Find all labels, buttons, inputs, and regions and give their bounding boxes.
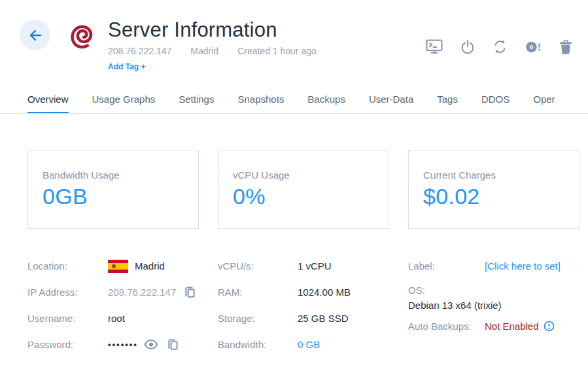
details-middle-column: vCPU/s: 1 vCPU RAM: 1024.00 MB Storage: … bbox=[218, 253, 408, 358]
username-value: root bbox=[108, 313, 125, 324]
eye-icon bbox=[144, 339, 158, 350]
power-button[interactable] bbox=[460, 39, 475, 54]
reinstall-button[interactable] bbox=[493, 39, 508, 54]
password-label: Password: bbox=[27, 339, 108, 350]
card-value: $0.02 bbox=[423, 184, 579, 209]
add-tag-link[interactable]: Add Tag + bbox=[108, 62, 317, 71]
location-row: Location: Madrid bbox=[27, 253, 218, 279]
server-ip: 208.76.222.147 bbox=[108, 46, 171, 56]
set-label-link[interactable]: [Click here to set] bbox=[485, 260, 561, 272]
ram-row: RAM: 1024.00 MB bbox=[218, 279, 408, 306]
card-value: 0GB bbox=[43, 184, 198, 209]
ip-label: IP Address: bbox=[27, 287, 108, 298]
password-row: Password: ••••••• bbox=[27, 332, 218, 358]
vcpu-usage-card: vCPU Usage 0% bbox=[218, 150, 389, 229]
copy-password-button[interactable] bbox=[166, 338, 179, 351]
tab-operating-system[interactable]: Oper bbox=[533, 85, 555, 114]
ram-label: RAM: bbox=[218, 287, 298, 298]
spain-flag-icon bbox=[108, 260, 128, 273]
password-value-masked: ••••••• bbox=[108, 340, 138, 349]
bandwidth-usage-card: Bandwidth Usage 0GB bbox=[27, 150, 199, 229]
vcpu-label: vCPU/s: bbox=[218, 260, 298, 272]
details-right-column: Label: [Click here to set] OS: Debian 13… bbox=[408, 253, 579, 335]
ip-value: 208.76.222.147 bbox=[108, 287, 176, 298]
tab-user-data[interactable]: User-Data bbox=[369, 85, 413, 114]
auto-backups-value: Not Enabled bbox=[485, 321, 539, 332]
current-charges-card: Current Charges $0.02 bbox=[408, 150, 579, 229]
vcpu-row: vCPU/s: 1 vCPU bbox=[218, 253, 408, 279]
bandwidth-row: Bandwidth: 0 GB bbox=[218, 332, 408, 358]
ram-value: 1024.00 MB bbox=[298, 287, 351, 298]
card-label: Bandwidth Usage bbox=[43, 169, 198, 181]
server-actions bbox=[426, 39, 572, 54]
info-icon[interactable] bbox=[544, 321, 555, 332]
username-row: Username: root bbox=[27, 306, 218, 332]
os-label: OS: bbox=[408, 283, 579, 298]
mount-iso-button[interactable] bbox=[525, 40, 542, 54]
storage-value: 25 GB SSD bbox=[298, 313, 349, 324]
tab-settings[interactable]: Settings bbox=[179, 85, 214, 114]
label-label: Label: bbox=[408, 260, 485, 272]
server-details: Location: Madrid IP Address: 208.76.222.… bbox=[0, 229, 588, 358]
tab-bar: Overview Usage Graphs Settings Snapshots… bbox=[0, 85, 588, 114]
tab-snapshots[interactable]: Snapshots bbox=[237, 85, 284, 114]
card-label: vCPU Usage bbox=[233, 169, 389, 181]
os-row: OS: Debian 13 x64 (trixie) bbox=[408, 283, 579, 313]
vcpu-value: 1 vCPU bbox=[298, 260, 332, 272]
back-button[interactable] bbox=[20, 20, 50, 50]
auto-backups-row: Auto Backups: Not Enabled bbox=[408, 318, 579, 335]
location-value: Madrid bbox=[135, 260, 165, 272]
tab-backups[interactable]: Backups bbox=[307, 85, 345, 114]
refresh-icon bbox=[493, 39, 508, 54]
auto-backups-label: Auto Backups: bbox=[408, 321, 485, 332]
disc-alert-icon bbox=[525, 40, 542, 54]
bandwidth-value-link[interactable]: 0 GB bbox=[298, 339, 320, 350]
storage-label: Storage: bbox=[218, 313, 298, 324]
console-icon bbox=[426, 39, 443, 54]
stat-cards: Bandwidth Usage 0GB vCPU Usage 0% Curren… bbox=[0, 114, 588, 229]
card-value: 0% bbox=[233, 184, 389, 209]
power-icon bbox=[460, 39, 475, 54]
storage-row: Storage: 25 GB SSD bbox=[218, 306, 408, 332]
os-value: Debian 13 x64 (trixie) bbox=[408, 298, 579, 313]
delete-server-button[interactable] bbox=[559, 40, 572, 54]
show-password-button[interactable] bbox=[144, 339, 158, 350]
tab-usage-graphs[interactable]: Usage Graphs bbox=[92, 85, 156, 114]
copy-icon bbox=[166, 338, 179, 351]
page-title: Server Information bbox=[108, 18, 317, 42]
bandwidth-label: Bandwidth: bbox=[218, 339, 298, 350]
ip-address-row: IP Address: 208.76.222.147 bbox=[27, 279, 218, 306]
tab-ddos[interactable]: DDOS bbox=[481, 85, 510, 114]
copy-ip-button[interactable] bbox=[183, 285, 196, 299]
card-label: Current Charges bbox=[423, 169, 579, 181]
page-header: Server Information 208.76.222.147 Madrid… bbox=[0, 0, 588, 71]
server-location: Madrid bbox=[190, 46, 218, 56]
copy-icon bbox=[183, 285, 196, 299]
location-label: Location: bbox=[27, 260, 108, 272]
username-label: Username: bbox=[27, 313, 108, 324]
arrow-left-icon bbox=[28, 28, 43, 43]
server-created: Created 1 hour ago bbox=[237, 46, 317, 56]
trash-icon bbox=[559, 40, 572, 54]
details-left-column: Location: Madrid IP Address: 208.76.222.… bbox=[27, 253, 218, 358]
debian-logo bbox=[66, 18, 97, 55]
tab-tags[interactable]: Tags bbox=[437, 85, 458, 114]
console-button[interactable] bbox=[426, 39, 443, 54]
label-row: Label: [Click here to set] bbox=[408, 253, 579, 279]
tab-overview[interactable]: Overview bbox=[27, 85, 69, 114]
